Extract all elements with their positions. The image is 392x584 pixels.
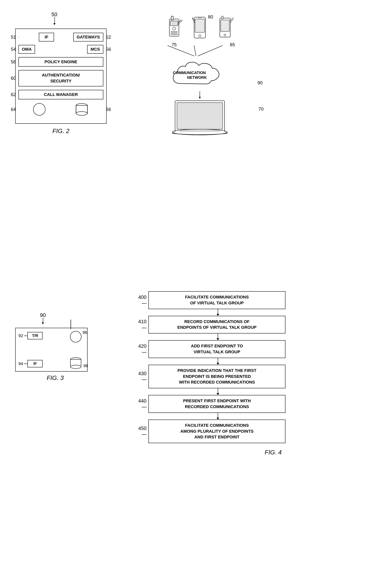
svg-rect-6 <box>171 16 173 20</box>
ref-54: 54 <box>11 47 16 52</box>
ref-90-fig3: 90 <box>40 312 46 318</box>
fig2-title: FIG. 2 <box>15 128 106 135</box>
component-mcs: MCS <box>87 45 103 54</box>
fig3-if-row: 94 IF <box>18 360 43 367</box>
svg-rect-7 <box>170 21 178 26</box>
flow-step-420: 420 ADD FIRST ENDPOINT TOVIRTUAL TALK GR… <box>133 340 286 358</box>
flow-step-430: 430 PROVIDE INDICATION THAT THE FIRSTEND… <box>133 365 286 388</box>
arrow-420-430 <box>150 358 286 365</box>
svg-rect-12 <box>195 19 204 32</box>
fig3-diagram: 90 92 T/R 96 94 IF <box>15 312 95 381</box>
svg-point-36 <box>70 365 81 368</box>
ref-70: 70 <box>258 106 264 112</box>
ref-98: 98 <box>84 363 88 368</box>
ref-80: 80 <box>208 14 213 20</box>
svg-rect-29 <box>180 130 220 132</box>
svg-rect-10 <box>171 34 177 35</box>
flow-box-420: ADD FIRST ENDPOINT TOVIRTUAL TALK GROUP <box>148 340 286 358</box>
fig3-title: FIG. 3 <box>15 374 95 381</box>
ref-96: 96 <box>82 330 87 335</box>
svg-rect-18 <box>222 16 223 19</box>
flow-box-430: PROVIDE INDICATION THAT THE FIRSTENDPOIN… <box>148 365 286 388</box>
svg-point-4 <box>76 112 87 115</box>
flow-step-440: 440 PRESENT FIRST ENDPOINT WITHRECORDED … <box>133 395 286 413</box>
svg-rect-9 <box>171 32 177 33</box>
device-phone-85: 85 <box>217 15 234 43</box>
svg-point-13 <box>199 35 201 37</box>
arrow-430-440 <box>150 388 286 395</box>
fig3-circle-icon <box>70 331 82 342</box>
svg-rect-14 <box>198 18 202 18</box>
ref-51: 51 <box>11 35 16 40</box>
ref-400: 400 <box>133 294 148 306</box>
svg-point-17 <box>224 34 226 36</box>
component-gateways: GATEWAYS <box>73 33 103 42</box>
flow-box-410: RECORD COMMUNICATIONS OFENDPOINTS OF VIR… <box>148 316 286 334</box>
component-policy-engine: POLICY ENGINE <box>18 57 103 67</box>
arrow-400-410 <box>150 309 286 316</box>
ref-52: 52 <box>106 35 111 40</box>
flow-box-450: FACILITATE COMMUNICATIONSAMONG PLURALITY… <box>148 419 286 443</box>
svg-rect-16 <box>221 20 229 32</box>
communication-network: COMMUNICATION NETWORK 90 <box>133 57 266 91</box>
svg-line-19 <box>168 46 194 56</box>
ref-66: 66 <box>106 107 111 112</box>
component-if-fig3: IF <box>28 360 43 367</box>
fig3-tr-row: 92 T/R <box>18 332 43 339</box>
component-auth-security: AUTHENTICATION/SECURITY <box>18 70 103 87</box>
ref-450: 450 <box>133 425 148 437</box>
device-phone-80: 80 <box>192 15 208 43</box>
svg-marker-25 <box>199 97 201 99</box>
flow-step-400: 400 FACILITATE COMMUNICATIONSOF VIRTUAL … <box>133 291 286 309</box>
ref-420: 420 <box>133 343 148 355</box>
ref-440: 440 <box>133 398 148 410</box>
ref-94: 94 <box>18 361 23 366</box>
svg-text:COMMUNICATION: COMMUNICATION <box>173 71 206 75</box>
fig4-flowchart: 400 FACILITATE COMMUNICATIONSOF VIRTUAL … <box>133 291 286 456</box>
flow-box-400: FACILITATE COMMUNICATIONSOF VIRTUAL TALK… <box>148 291 286 309</box>
ref-92: 92 <box>18 333 23 338</box>
component-oma: OMA <box>18 45 35 54</box>
fig2-network-devices: 75 80 <box>133 12 266 137</box>
fig2-system-diagram: 50 51 IF GATEWAYS 52 54 OMA MCS 56 <box>15 12 106 135</box>
ref-60: 60 <box>11 76 16 81</box>
page: 50 51 IF GATEWAYS 52 54 OMA MCS 56 <box>0 0 392 584</box>
cylinder-component <box>74 103 89 116</box>
component-tr: T/R <box>28 332 43 339</box>
arrow-410-420 <box>150 333 286 340</box>
fig3-cylinder: 98 <box>69 357 82 369</box>
ref-90-top: 90 <box>258 80 262 86</box>
svg-point-8 <box>172 27 176 30</box>
svg-text:NETWORK: NETWORK <box>187 75 207 80</box>
ref-410: 410 <box>133 319 148 330</box>
circle-component <box>33 103 46 116</box>
svg-line-20 <box>194 46 196 56</box>
ref-62: 62 <box>11 92 16 97</box>
flow-step-410: 410 RECORD COMMUNICATIONS OFENDPOINTS OF… <box>133 316 286 334</box>
ref-64: 64 <box>11 107 16 112</box>
device-phone-75: 75 <box>166 15 183 43</box>
ref-56: 56 <box>106 47 111 52</box>
arrow-440-450 <box>150 413 286 419</box>
svg-line-21 <box>198 46 223 56</box>
component-call-manager: CALL MANAGER <box>18 90 103 99</box>
ref-430: 430 <box>133 371 148 382</box>
fig2-system-box: 51 IF GATEWAYS 52 54 OMA MCS 56 58 POLIC… <box>15 29 106 124</box>
fig3-system-box: 92 T/R 96 94 IF <box>15 328 88 372</box>
fig4-title: FIG. 4 <box>133 449 286 456</box>
ref-58: 58 <box>11 59 16 65</box>
flow-step-450: 450 FACILITATE COMMUNICATIONSAMONG PLURA… <box>133 419 286 443</box>
laptop-device: 70 <box>133 99 266 137</box>
fig3-cylinder-icon <box>69 357 82 369</box>
component-if: IF <box>39 33 54 42</box>
svg-rect-27 <box>177 103 223 129</box>
fig3-circle: 96 <box>70 331 82 342</box>
flow-box-440: PRESENT FIRST ENDPOINT WITHRECORDED COMM… <box>148 395 286 413</box>
